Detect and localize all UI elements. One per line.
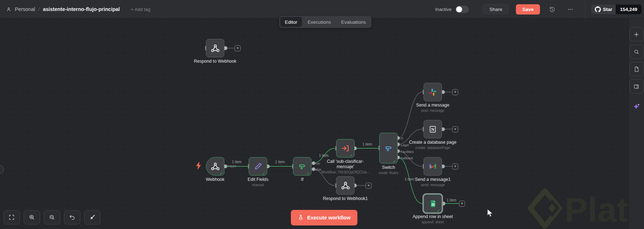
zoom-in-icon xyxy=(28,214,35,221)
file-icon xyxy=(633,66,640,73)
workflow-history-button[interactable] xyxy=(549,6,556,13)
success-check-icon: ✓ xyxy=(350,153,353,158)
fit-view-button[interactable] xyxy=(4,210,20,224)
node-subtitle: manual xyxy=(248,183,268,187)
node-webhook[interactable]: ✓ Webhook xyxy=(206,157,224,176)
node-gmail-send-a-message1[interactable]: Send a message1 send: message xyxy=(424,157,442,176)
platzi-watermark-logo xyxy=(528,188,562,229)
execute-workflow-button[interactable]: Execute workflow xyxy=(291,210,357,225)
node-label: If xyxy=(301,177,304,182)
node-switch[interactable]: ✓ IT Legal Facilities Fallback Switch mo… xyxy=(379,133,398,164)
node-if[interactable]: ✓ true false If xyxy=(293,157,311,176)
search-button[interactable] xyxy=(629,45,644,59)
ports-group[interactable] xyxy=(205,46,445,206)
github-star-button[interactable]: Star xyxy=(591,5,616,14)
breadcrumb-owner[interactable]: Personal xyxy=(15,6,35,12)
output-label-true: true xyxy=(314,161,320,165)
edge-label: 1 item xyxy=(275,160,284,164)
success-check-icon: ✓ xyxy=(437,208,441,213)
layout-panel-icon xyxy=(633,83,640,90)
node-sheets-append-row[interactable]: ✓ Append row in sheet append: sheet xyxy=(424,194,442,213)
workflow-canvas[interactable]: Platzi POST 1 ite xyxy=(0,18,628,229)
node-notion-create-database-page[interactable]: N Create a database page create: databas… xyxy=(424,120,442,138)
node-label: Switch mode: Rules xyxy=(379,165,398,175)
port-label-post: POST xyxy=(228,165,236,168)
undo-icon xyxy=(69,214,76,221)
ai-sparkle-icon xyxy=(632,102,641,111)
gmail-icon xyxy=(428,162,437,171)
edge-label: 1 item xyxy=(362,142,372,146)
zoom-in-button[interactable] xyxy=(24,210,40,224)
add-node-button[interactable]: + xyxy=(452,89,458,95)
output-label-facilities: Facilities xyxy=(401,150,414,154)
node-label: Call 'sub-clasificar-mensaje' Workflow: … xyxy=(321,159,370,174)
ai-assistant-button[interactable] xyxy=(629,99,644,114)
output-port[interactable] xyxy=(441,201,445,205)
success-check-icon: ✓ xyxy=(393,159,396,164)
github-icon xyxy=(595,6,601,12)
node-slack-send-a-message[interactable]: Send a message post: message xyxy=(424,83,442,101)
user-icon xyxy=(6,6,12,12)
node-respond-to-webhook[interactable]: Respond to Webhook xyxy=(206,39,224,57)
add-node-button[interactable]: + xyxy=(235,45,241,51)
share-button[interactable]: Share xyxy=(483,4,508,14)
add-node-button[interactable]: + xyxy=(366,183,372,189)
tidy-up-button[interactable] xyxy=(84,210,100,224)
switch-branch-icon xyxy=(384,144,393,153)
n8n-editor-page: Platzi POST 1 ite xyxy=(0,0,644,229)
top-bar-divider xyxy=(585,0,585,18)
node-subtitle: Workflow: YWJj0QgOfQCUw... xyxy=(321,170,370,174)
fit-view-icon xyxy=(8,214,15,221)
zoom-out-button[interactable] xyxy=(44,210,60,224)
success-check-icon: ✓ xyxy=(219,171,223,176)
node-label: Respond to Webhook1 xyxy=(323,196,368,201)
tab-editor[interactable]: Editor xyxy=(280,17,302,27)
activation-toggle[interactable] xyxy=(455,6,469,13)
node-subtitle: send: message xyxy=(415,183,451,187)
edge-label: 1 item xyxy=(447,198,456,202)
add-node-button[interactable]: + xyxy=(459,201,465,207)
save-button[interactable]: Save xyxy=(516,4,540,15)
node-edit-fields[interactable]: ✓ Edit Fields manual xyxy=(249,157,267,176)
github-star-badge[interactable]: Star 154,249 xyxy=(591,5,642,14)
plus-icon xyxy=(633,31,640,38)
node-label: Send a message1 send: message xyxy=(415,177,451,187)
history-icon xyxy=(549,6,556,13)
workflow-name[interactable]: asistente-interno-flujo-principal xyxy=(43,6,120,12)
canvas-edge-handle[interactable] xyxy=(0,165,4,173)
tab-executions[interactable]: Executions xyxy=(303,17,335,27)
node-respond-to-webhook1[interactable]: Respond to Webhook1 xyxy=(336,176,355,195)
webhook-icon xyxy=(211,44,220,53)
tab-evaluations[interactable]: Evaluations xyxy=(337,17,370,27)
node-label: Send a message post: message xyxy=(416,103,449,113)
edge-label: 1 item xyxy=(232,160,241,164)
layout-panel-button[interactable] xyxy=(629,79,644,93)
sticky-note-button[interactable] xyxy=(629,62,644,76)
add-tag-button[interactable]: + Add tag xyxy=(131,7,150,12)
toggle-knob xyxy=(456,6,462,12)
undo-button[interactable] xyxy=(64,210,80,224)
edit-pencil-icon xyxy=(253,162,263,171)
execute-workflow-label: Execute workflow xyxy=(307,215,350,221)
mouse-cursor xyxy=(487,209,494,219)
sub-workflow-icon xyxy=(341,144,350,153)
canvas-controls xyxy=(4,210,100,224)
flask-icon xyxy=(298,214,304,221)
more-options-button[interactable] xyxy=(567,6,574,13)
node-label: Edit Fields manual xyxy=(248,177,268,187)
add-node-button[interactable]: + xyxy=(452,126,458,132)
node-label: Append row in sheet append: sheet xyxy=(413,214,453,224)
add-node-panel-button[interactable] xyxy=(629,27,644,41)
node-label: Create a database page create: databaseP… xyxy=(409,140,456,150)
ellipsis-icon xyxy=(567,6,574,13)
add-node-button[interactable]: + xyxy=(452,164,458,170)
activation-status-label: Inactive xyxy=(435,7,452,12)
github-star-count[interactable]: 154,249 xyxy=(616,5,642,14)
edge-label: 1 item xyxy=(319,154,328,158)
google-sheets-icon xyxy=(429,199,437,208)
platzi-watermark-text: Platzi xyxy=(565,190,628,229)
notion-icon: N xyxy=(428,125,437,134)
breadcrumb-separator: / xyxy=(38,6,40,12)
node-call-sub-clasificar-mensaje[interactable]: ✓ Call 'sub-clasificar-mensaje' Workflow… xyxy=(336,139,355,158)
edge-label: 1 item xyxy=(404,177,414,181)
